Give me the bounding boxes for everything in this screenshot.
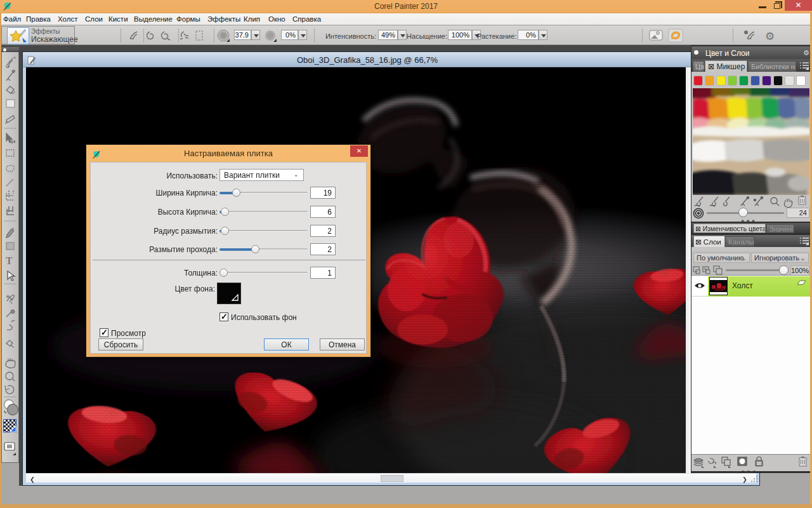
- svg-text:T: T: [6, 255, 13, 266]
- svg-text:⚙: ⚙: [765, 30, 775, 43]
